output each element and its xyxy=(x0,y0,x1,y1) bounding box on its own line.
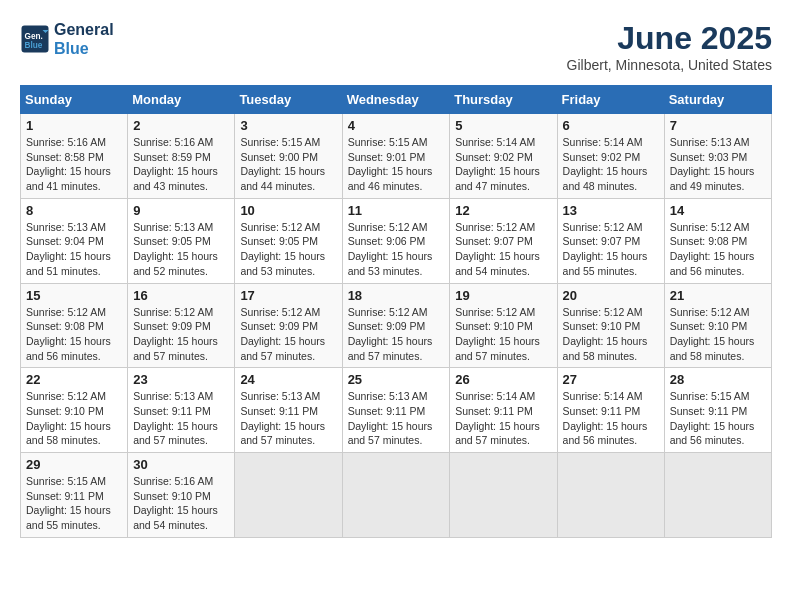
calendar-cell: 18Sunrise: 5:12 AM Sunset: 9:09 PM Dayli… xyxy=(342,283,450,368)
logo: Gen. Blue General Blue xyxy=(20,20,114,58)
calendar-cell xyxy=(235,453,342,538)
weekday-header: Sunday xyxy=(21,86,128,114)
day-info: Sunrise: 5:14 AM Sunset: 9:02 PM Dayligh… xyxy=(563,135,659,194)
calendar: SundayMondayTuesdayWednesdayThursdayFrid… xyxy=(20,85,772,538)
day-info: Sunrise: 5:13 AM Sunset: 9:11 PM Dayligh… xyxy=(133,389,229,448)
day-number: 27 xyxy=(563,372,659,387)
calendar-cell: 10Sunrise: 5:12 AM Sunset: 9:05 PM Dayli… xyxy=(235,198,342,283)
day-info: Sunrise: 5:16 AM Sunset: 8:58 PM Dayligh… xyxy=(26,135,122,194)
svg-text:Blue: Blue xyxy=(25,41,43,50)
day-info: Sunrise: 5:14 AM Sunset: 9:02 PM Dayligh… xyxy=(455,135,551,194)
day-number: 5 xyxy=(455,118,551,133)
calendar-cell: 21Sunrise: 5:12 AM Sunset: 9:10 PM Dayli… xyxy=(664,283,771,368)
calendar-cell: 8Sunrise: 5:13 AM Sunset: 9:04 PM Daylig… xyxy=(21,198,128,283)
calendar-cell: 11Sunrise: 5:12 AM Sunset: 9:06 PM Dayli… xyxy=(342,198,450,283)
day-number: 11 xyxy=(348,203,445,218)
day-number: 14 xyxy=(670,203,766,218)
svg-text:Gen.: Gen. xyxy=(25,32,43,41)
calendar-cell: 23Sunrise: 5:13 AM Sunset: 9:11 PM Dayli… xyxy=(128,368,235,453)
header: Gen. Blue General Blue June 2025 Gilbert… xyxy=(20,20,772,73)
day-number: 2 xyxy=(133,118,229,133)
calendar-cell: 6Sunrise: 5:14 AM Sunset: 9:02 PM Daylig… xyxy=(557,114,664,199)
calendar-cell: 27Sunrise: 5:14 AM Sunset: 9:11 PM Dayli… xyxy=(557,368,664,453)
day-number: 13 xyxy=(563,203,659,218)
calendar-cell: 4Sunrise: 5:15 AM Sunset: 9:01 PM Daylig… xyxy=(342,114,450,199)
day-info: Sunrise: 5:15 AM Sunset: 9:11 PM Dayligh… xyxy=(670,389,766,448)
calendar-cell xyxy=(557,453,664,538)
day-number: 28 xyxy=(670,372,766,387)
day-info: Sunrise: 5:12 AM Sunset: 9:09 PM Dayligh… xyxy=(348,305,445,364)
day-number: 23 xyxy=(133,372,229,387)
calendar-cell xyxy=(342,453,450,538)
day-number: 7 xyxy=(670,118,766,133)
day-info: Sunrise: 5:13 AM Sunset: 9:04 PM Dayligh… xyxy=(26,220,122,279)
day-number: 20 xyxy=(563,288,659,303)
day-info: Sunrise: 5:14 AM Sunset: 9:11 PM Dayligh… xyxy=(563,389,659,448)
calendar-body: 1Sunrise: 5:16 AM Sunset: 8:58 PM Daylig… xyxy=(21,114,772,538)
day-number: 8 xyxy=(26,203,122,218)
calendar-week-row: 29Sunrise: 5:15 AM Sunset: 9:11 PM Dayli… xyxy=(21,453,772,538)
day-number: 15 xyxy=(26,288,122,303)
day-info: Sunrise: 5:12 AM Sunset: 9:05 PM Dayligh… xyxy=(240,220,336,279)
calendar-week-row: 22Sunrise: 5:12 AM Sunset: 9:10 PM Dayli… xyxy=(21,368,772,453)
day-info: Sunrise: 5:12 AM Sunset: 9:10 PM Dayligh… xyxy=(563,305,659,364)
day-number: 26 xyxy=(455,372,551,387)
day-info: Sunrise: 5:15 AM Sunset: 9:11 PM Dayligh… xyxy=(26,474,122,533)
day-info: Sunrise: 5:13 AM Sunset: 9:03 PM Dayligh… xyxy=(670,135,766,194)
day-info: Sunrise: 5:15 AM Sunset: 9:00 PM Dayligh… xyxy=(240,135,336,194)
day-info: Sunrise: 5:12 AM Sunset: 9:06 PM Dayligh… xyxy=(348,220,445,279)
day-number: 21 xyxy=(670,288,766,303)
day-info: Sunrise: 5:12 AM Sunset: 9:08 PM Dayligh… xyxy=(26,305,122,364)
calendar-cell: 1Sunrise: 5:16 AM Sunset: 8:58 PM Daylig… xyxy=(21,114,128,199)
day-number: 6 xyxy=(563,118,659,133)
day-number: 1 xyxy=(26,118,122,133)
weekday-header: Saturday xyxy=(664,86,771,114)
calendar-cell: 15Sunrise: 5:12 AM Sunset: 9:08 PM Dayli… xyxy=(21,283,128,368)
day-info: Sunrise: 5:13 AM Sunset: 9:05 PM Dayligh… xyxy=(133,220,229,279)
day-info: Sunrise: 5:12 AM Sunset: 9:09 PM Dayligh… xyxy=(240,305,336,364)
calendar-header-row: SundayMondayTuesdayWednesdayThursdayFrid… xyxy=(21,86,772,114)
day-number: 18 xyxy=(348,288,445,303)
day-info: Sunrise: 5:12 AM Sunset: 9:07 PM Dayligh… xyxy=(455,220,551,279)
calendar-cell: 28Sunrise: 5:15 AM Sunset: 9:11 PM Dayli… xyxy=(664,368,771,453)
calendar-cell: 26Sunrise: 5:14 AM Sunset: 9:11 PM Dayli… xyxy=(450,368,557,453)
calendar-cell: 29Sunrise: 5:15 AM Sunset: 9:11 PM Dayli… xyxy=(21,453,128,538)
calendar-week-row: 8Sunrise: 5:13 AM Sunset: 9:04 PM Daylig… xyxy=(21,198,772,283)
logo-line2: Blue xyxy=(54,39,114,58)
day-number: 9 xyxy=(133,203,229,218)
day-info: Sunrise: 5:14 AM Sunset: 9:11 PM Dayligh… xyxy=(455,389,551,448)
calendar-cell: 3Sunrise: 5:15 AM Sunset: 9:00 PM Daylig… xyxy=(235,114,342,199)
calendar-cell: 17Sunrise: 5:12 AM Sunset: 9:09 PM Dayli… xyxy=(235,283,342,368)
calendar-cell: 13Sunrise: 5:12 AM Sunset: 9:07 PM Dayli… xyxy=(557,198,664,283)
day-info: Sunrise: 5:16 AM Sunset: 8:59 PM Dayligh… xyxy=(133,135,229,194)
calendar-cell xyxy=(664,453,771,538)
weekday-header: Thursday xyxy=(450,86,557,114)
calendar-cell: 22Sunrise: 5:12 AM Sunset: 9:10 PM Dayli… xyxy=(21,368,128,453)
calendar-cell: 19Sunrise: 5:12 AM Sunset: 9:10 PM Dayli… xyxy=(450,283,557,368)
calendar-cell: 24Sunrise: 5:13 AM Sunset: 9:11 PM Dayli… xyxy=(235,368,342,453)
calendar-cell: 30Sunrise: 5:16 AM Sunset: 9:10 PM Dayli… xyxy=(128,453,235,538)
title-area: June 2025 Gilbert, Minnesota, United Sta… xyxy=(567,20,772,73)
logo-line1: General xyxy=(54,20,114,39)
calendar-cell: 16Sunrise: 5:12 AM Sunset: 9:09 PM Dayli… xyxy=(128,283,235,368)
day-info: Sunrise: 5:15 AM Sunset: 9:01 PM Dayligh… xyxy=(348,135,445,194)
day-number: 22 xyxy=(26,372,122,387)
weekday-header: Tuesday xyxy=(235,86,342,114)
calendar-cell: 12Sunrise: 5:12 AM Sunset: 9:07 PM Dayli… xyxy=(450,198,557,283)
logo-icon: Gen. Blue xyxy=(20,24,50,54)
day-number: 3 xyxy=(240,118,336,133)
day-number: 12 xyxy=(455,203,551,218)
calendar-cell: 7Sunrise: 5:13 AM Sunset: 9:03 PM Daylig… xyxy=(664,114,771,199)
day-number: 4 xyxy=(348,118,445,133)
calendar-cell: 9Sunrise: 5:13 AM Sunset: 9:05 PM Daylig… xyxy=(128,198,235,283)
day-info: Sunrise: 5:12 AM Sunset: 9:10 PM Dayligh… xyxy=(670,305,766,364)
calendar-cell: 2Sunrise: 5:16 AM Sunset: 8:59 PM Daylig… xyxy=(128,114,235,199)
day-info: Sunrise: 5:12 AM Sunset: 9:10 PM Dayligh… xyxy=(455,305,551,364)
day-number: 16 xyxy=(133,288,229,303)
calendar-week-row: 15Sunrise: 5:12 AM Sunset: 9:08 PM Dayli… xyxy=(21,283,772,368)
calendar-cell: 25Sunrise: 5:13 AM Sunset: 9:11 PM Dayli… xyxy=(342,368,450,453)
calendar-cell: 5Sunrise: 5:14 AM Sunset: 9:02 PM Daylig… xyxy=(450,114,557,199)
weekday-header: Friday xyxy=(557,86,664,114)
day-info: Sunrise: 5:16 AM Sunset: 9:10 PM Dayligh… xyxy=(133,474,229,533)
weekday-header: Wednesday xyxy=(342,86,450,114)
